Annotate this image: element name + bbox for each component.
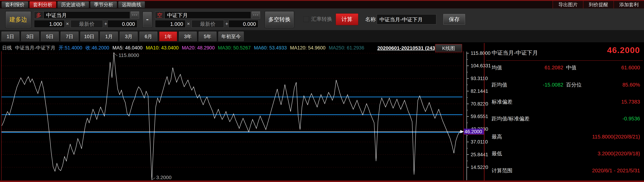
stat-value: 85.60%: [622, 81, 640, 88]
panel-title: 中证当月-中证下月: [492, 49, 538, 56]
chart-header: 日线 中证当月-中证下月 开:51.4000 收:46.2000 MA5: 46…: [2, 45, 364, 51]
stat-value: 3.2000(2020/9/18): [598, 150, 640, 157]
ma-legend-3: MA20: 48.2900: [182, 45, 215, 51]
stat-label: 计算范围: [492, 167, 512, 174]
stat-row-6: 最低3.2000(2020/9/18): [484, 150, 644, 157]
stat-label: 最低: [492, 150, 502, 157]
stat-label: 最高: [492, 133, 502, 140]
window-bottom-border: [0, 180, 644, 182]
stat-row-4: 距均值/标准偏差-0.9536: [484, 115, 644, 122]
menu-actions: 导出图片到价提醒添加套利: [552, 1, 644, 8]
stat-row-2: 距均值-15.0082百分位85.60%: [484, 81, 644, 88]
statistics-panel: 中证当月-中证下月 46.2000 均值61.2082中值61.6000距均值-…: [484, 43, 644, 180]
arbitrage-analysis-window: 套利报价套利分析历史波动率季节分析远期曲线 导出图片到价提醒添加套利 建多边 多…: [0, 0, 644, 182]
stat-label: 均值: [492, 64, 502, 71]
stat-value: 15.7383: [621, 98, 640, 105]
stat-label: 距均值: [492, 81, 507, 88]
stat-value: 61.6000: [621, 64, 640, 71]
menu-action-3[interactable]: 添加套利: [614, 1, 644, 8]
open-value: 开:51.4000: [58, 45, 82, 51]
ma-legend-7: MA250: 61.2936: [329, 45, 364, 51]
panel-last-value: 46.2000: [607, 45, 640, 55]
high-annotation: 115.8000: [118, 52, 139, 58]
spread-chart-svg[interactable]: [0, 0, 484, 182]
date-range-link[interactable]: 20200601-20210531 (243): [377, 45, 437, 51]
menu-action-2[interactable]: 到价提醒: [583, 1, 614, 8]
stat-label: 标准偏差: [492, 98, 512, 105]
stat-label: 距均值/标准偏差: [492, 115, 530, 122]
stat-label: 百分位: [566, 81, 582, 88]
chart-title: 中证当月-中证下月: [15, 45, 56, 51]
stat-row-1: 均值61.2082中值61.6000: [484, 64, 644, 71]
menu-action-1[interactable]: 导出图片: [552, 1, 583, 8]
stat-row-3: 标准偏差15.7383: [484, 98, 644, 105]
ma-legend-4: MA30: 50.5267: [218, 45, 251, 51]
kline-chart-button[interactable]: K线图: [435, 44, 462, 52]
stat-row-5: 最高115.8000(2020/8/21): [484, 133, 644, 140]
stat-value: 115.8000(2020/8/21): [592, 133, 640, 140]
stat-value: 2020/6/1 - 2021/5/31: [592, 167, 640, 174]
stat-value: 61.2082: [528, 64, 563, 71]
chart-area: 日线 中证当月-中证下月 开:51.4000 收:46.2000 MA5: 46…: [0, 0, 484, 182]
stat-value: -0.9536: [622, 115, 640, 122]
chart-period-type: 日线: [2, 45, 12, 51]
ma-legend-2: MA10: 43.0400: [146, 45, 178, 51]
ma-legend-6: MA120: 54.9600: [290, 45, 326, 51]
ma-list: MA5: 46.0400MA10: 43.0400MA20: 48.2900MA…: [112, 45, 364, 51]
low-annotation: 3.2000: [156, 175, 172, 180]
close-value: 收:46.2000: [86, 45, 109, 51]
panel-separator: [486, 60, 643, 61]
current-price-tag: 46.2000: [464, 128, 484, 135]
ma-legend-1: MA5: 46.0400: [112, 45, 142, 51]
stat-value: -15.0082: [528, 81, 563, 88]
stat-row-7: 计算范围2020/6/1 - 2021/5/31: [484, 167, 644, 174]
ma-legend-5: MA60: 53.4933: [254, 45, 287, 51]
stat-label: 中值: [566, 64, 576, 71]
